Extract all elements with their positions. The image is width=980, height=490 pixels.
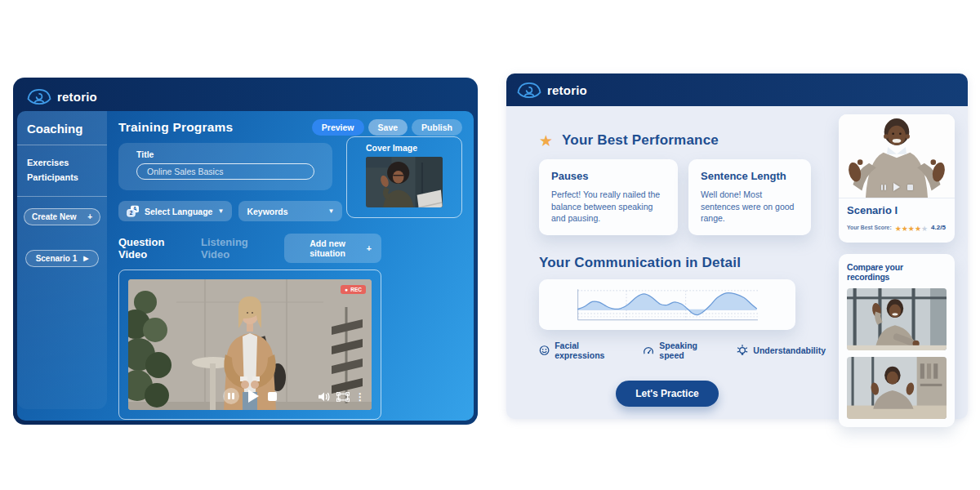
pauses-card-title: Pauses (551, 170, 666, 182)
retorio-logo: retorio (517, 82, 587, 99)
preview-button[interactable]: Preview (312, 119, 364, 136)
scenario-video-player[interactable] (839, 114, 955, 198)
best-score-value: 4.2/5 (931, 224, 946, 231)
scenario-title: Scenario I (847, 204, 947, 216)
scenario-1-button[interactable]: Scenario 1 ▶ (25, 250, 99, 267)
svg-text:2: 2 (130, 210, 133, 216)
legend-understandability: Understandability (737, 345, 826, 357)
translate-icon: A 2 (127, 205, 140, 217)
play-button[interactable] (248, 390, 259, 403)
coaching-window-header: retorio (17, 82, 474, 111)
retorio-logo: retorio (27, 88, 97, 105)
question-video-player[interactable]: ● REC (128, 279, 372, 410)
add-new-situation-button[interactable]: Add new situation + (284, 234, 381, 263)
lightbulb-icon (737, 345, 748, 357)
sidebar: Coaching Exercises Participants Create N… (17, 111, 107, 409)
sentence-length-card-title: Sentence Length (701, 170, 799, 182)
best-score-label: Your Best Score: (847, 225, 892, 230)
pauses-card: Pauses Perfect! You really nailed the ba… (539, 159, 678, 235)
compare-recordings-title: Compare your recordings (847, 262, 947, 282)
rec-dot-icon: ● (345, 287, 348, 292)
tab-question-video[interactable]: Question Video (118, 236, 189, 261)
chevron-down-icon: ▼ (217, 207, 224, 215)
star-row: ★★★★★ (895, 220, 928, 234)
best-performance-title: Your Best Performance (562, 132, 719, 149)
chart-area-fill (578, 293, 757, 315)
rating-star-icon: ★ (895, 225, 902, 233)
sentence-length-card: Sentence Length Well done! Most sentence… (688, 159, 811, 235)
brand-name: retorio (547, 83, 587, 97)
save-button[interactable]: Save (368, 119, 408, 136)
cover-image-photo (366, 157, 443, 207)
tab-listening-video[interactable]: Listening Video (201, 236, 273, 261)
star-icon: ★ (539, 133, 553, 149)
title-panel: Title (118, 143, 332, 190)
cover-image-panel[interactable]: Cover Image (346, 136, 462, 218)
brand-name: retorio (57, 90, 97, 104)
sidebar-item-exercises[interactable]: Exercises (27, 155, 97, 170)
rating-star-icon: ★ (921, 225, 928, 233)
coaching-window: retorio Coaching Exercises Participants … (13, 78, 478, 425)
feedback-window: retorio ★ Your Best Performance Pauses P… (506, 74, 968, 419)
select-language-button[interactable]: A 2 Select Language ▼ (118, 201, 232, 221)
recording-thumbnail-1[interactable] (847, 288, 947, 350)
rec-badge: ● REC (341, 285, 366, 294)
compare-recordings-card: Compare your recordings (839, 254, 955, 427)
scenario-card: Scenario I Your Best Score: ★★★★★ 4.2/5 (839, 114, 955, 243)
sentence-length-card-body: Well done! Most sentences were on good r… (701, 189, 799, 225)
pause-button[interactable] (223, 388, 239, 404)
recording-photo-1 (847, 288, 947, 350)
title-input[interactable] (136, 163, 314, 180)
plus-icon: + (367, 243, 372, 253)
more-options-icon[interactable]: ⋮ (355, 392, 365, 402)
title-label: Title (136, 149, 314, 159)
cover-image-label: Cover Image (366, 143, 443, 153)
rating-star-icon: ★ (908, 225, 915, 233)
create-new-button[interactable]: Create New + (24, 208, 100, 225)
volume-icon[interactable] (318, 391, 331, 403)
recording-photo-2 (847, 357, 947, 419)
play-button[interactable] (893, 183, 900, 191)
legend-facial-expressions: Facial expressions (539, 341, 626, 360)
publish-button[interactable]: Publish (412, 119, 462, 136)
question-video-panel: ● REC (118, 270, 381, 420)
keywords-dropdown[interactable]: Keywords ▼ (238, 201, 342, 221)
retorio-cloud-icon (27, 88, 51, 105)
retorio-cloud-icon (517, 82, 541, 99)
communication-chart (546, 284, 789, 325)
play-icon: ▶ (83, 255, 88, 262)
smiley-icon (539, 345, 550, 356)
stop-button[interactable] (907, 185, 913, 190)
lets-practice-button[interactable]: Let's Practice (616, 381, 719, 407)
feedback-window-header: retorio (506, 74, 968, 106)
plus-icon: + (87, 212, 92, 221)
recording-thumbnail-2[interactable] (847, 357, 947, 419)
communication-detail-title: Your Communication in Detail (539, 255, 826, 271)
speedometer-icon (643, 345, 654, 356)
page-title: Training Programs (118, 120, 233, 135)
sidebar-item-participants[interactable]: Participants (27, 170, 97, 185)
pause-button[interactable] (881, 185, 886, 190)
rating-star-icon: ★ (902, 225, 908, 233)
pauses-card-body: Perfect! You really nailed the balance b… (551, 189, 666, 225)
chevron-down-icon: ▼ (327, 207, 334, 215)
sidebar-title: Coaching (17, 111, 107, 145)
legend-speaking-speed: Speaking speed (643, 341, 720, 360)
communication-chart-card (539, 279, 795, 330)
rating-star-icon: ★ (915, 225, 921, 233)
resize-frame-icon[interactable] (336, 392, 350, 402)
stop-button[interactable] (268, 392, 277, 401)
